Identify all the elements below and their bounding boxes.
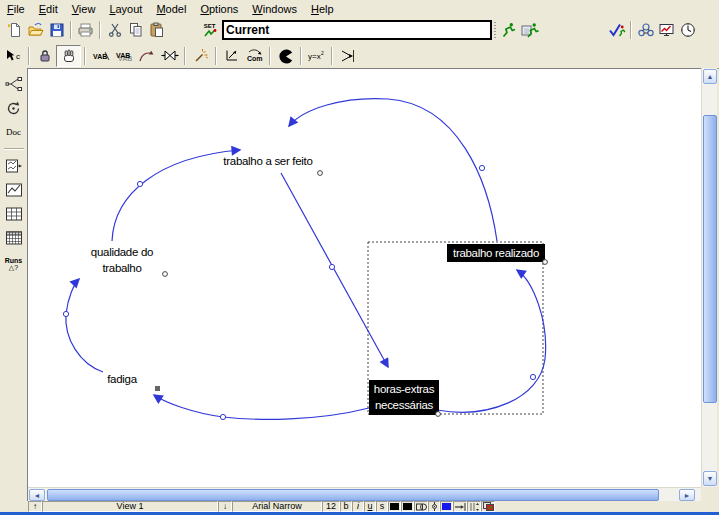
lock-icon [37,48,53,64]
sketch-toolbar: c VAB VABVAB Com y=x2 [0,43,719,69]
font-size-selector[interactable]: 12 [322,501,340,512]
copy-button[interactable] [125,20,146,40]
time-axis-button[interactable] [677,20,698,40]
variable-qualidade-line2[interactable]: trabalho [102,262,141,274]
input-output-tool[interactable] [220,46,243,66]
link-qualidade-to-trabalho-a-ser-feito[interactable] [112,150,240,241]
link-horas-extras-to-fadiga[interactable] [154,395,369,419]
check-model-button[interactable] [606,20,627,40]
vertical-scrollbar[interactable]: ▲ ▼ [701,68,717,487]
arc-handle[interactable] [530,374,535,379]
variable-handle[interactable] [436,412,441,417]
causes-tree-tool[interactable] [2,73,26,95]
variable-trabalho-realizado-selected[interactable]: trabalho realizado [447,244,545,262]
new-button[interactable] [4,20,25,40]
graphics-selector[interactable] [481,501,495,512]
text-color-swatch[interactable] [388,501,401,512]
comment-tool[interactable]: Com [243,46,266,66]
horizontal-scroll-thumb[interactable] [47,489,659,501]
menu-help[interactable]: Help [304,2,341,16]
shadow-variable-tool[interactable]: VABVAB [112,46,135,66]
italic-button[interactable]: i [352,501,364,512]
link-trabalho-realizado-to-trabalho-a-ser-feito[interactable] [289,99,497,241]
io-marker-selector[interactable] [428,501,440,512]
arrow-tool[interactable] [135,46,158,66]
save-button[interactable] [46,20,67,40]
open-button[interactable] [25,20,46,40]
variable-horas-extras-selected[interactable]: horas-extras necessárias [369,380,439,415]
arc-handle[interactable] [479,165,484,170]
arc-handle[interactable] [220,414,225,419]
horizontal-scrollbar[interactable]: ◄ ► [28,487,701,501]
document-tool[interactable]: Doc [2,121,26,143]
toolbar-separator [331,47,333,65]
merge-tool[interactable] [336,46,359,66]
variable-handle[interactable] [318,171,323,176]
background-color-swatch[interactable] [401,501,414,512]
runs-compare-tool[interactable]: Runs △? [2,251,26,277]
view-up-button[interactable]: ↑ [28,501,42,512]
print-button[interactable] [75,20,96,40]
loops-tool[interactable] [2,97,26,119]
arc-handle[interactable] [329,264,334,269]
equation-tool[interactable]: y=x2 [305,46,328,66]
variable-horas-extras-line1[interactable]: horas-extras [374,383,435,395]
view-name[interactable]: View 1 [42,501,218,512]
doc-label: Doc [6,127,21,137]
variable-qualidade-line1[interactable]: qualidade do [91,246,153,258]
bold-button[interactable]: b [340,501,352,512]
menu-file[interactable]: File [0,2,32,16]
variable-trabalho-a-ser-feito[interactable]: trabalho a ser feito [223,155,312,167]
font-name-selector[interactable]: Arial Narrow [232,501,322,512]
vertical-scroll-thumb[interactable] [703,115,717,403]
simulate-button[interactable] [498,20,519,40]
menu-windows[interactable]: Windows [245,2,304,16]
paste-button[interactable] [146,20,167,40]
link-trabalho-a-ser-feito-to-horas-extras[interactable] [281,173,388,367]
table-tool[interactable] [2,203,26,225]
strike-button[interactable]: s [376,501,388,512]
arrow-width-selector[interactable] [453,501,467,512]
rate-tool[interactable] [158,46,181,66]
runname-input[interactable] [222,20,492,40]
scroll-right-button[interactable]: ► [679,489,695,501]
fadiga-attach-handle[interactable] [155,386,160,391]
link-horas-extras-to-trabalho-realizado[interactable] [437,270,546,412]
set-runname-button[interactable]: SET [199,20,220,40]
menu-model[interactable]: Model [149,2,193,16]
arc-handle[interactable] [63,311,68,316]
menu-view[interactable]: View [65,2,103,16]
scroll-left-button[interactable]: ◄ [29,489,45,501]
causal-tracing-button[interactable] [635,20,656,40]
hand-tool[interactable] [56,45,81,67]
scroll-down-button[interactable]: ▼ [703,471,717,486]
arc-handle[interactable] [137,181,142,186]
arrow-color-swatch[interactable] [440,501,453,512]
variable-fadiga[interactable]: fadiga [107,373,137,385]
variable-tool[interactable]: VAB [89,46,112,66]
view-down-button[interactable]: ↓ [218,501,232,512]
underline-button[interactable]: u [364,501,376,512]
output-windows-button[interactable] [656,20,677,40]
delete-tool[interactable] [274,46,297,66]
table-time-tool[interactable] [2,227,26,249]
wand-tool[interactable] [189,46,212,66]
menu-options[interactable]: Options [193,2,245,16]
causes-strip-tool[interactable] [2,155,26,177]
sketch-canvas[interactable]: trabalho a ser feito qualidade do trabal… [28,68,701,487]
menu-edit[interactable]: Edit [32,2,65,16]
variable-trabalho-realizado[interactable]: trabalho realizado [453,247,539,259]
synthesim-button[interactable] [519,20,540,40]
graph-tool[interactable] [2,179,26,201]
shape-selector[interactable] [414,501,428,512]
link-fadiga-to-qualidade[interactable] [66,279,103,372]
cut-button[interactable] [104,20,125,40]
variable-horas-extras-line2[interactable]: necessárias [375,399,434,411]
lock-tool[interactable] [33,46,56,66]
pointer-tool[interactable]: c [2,46,25,66]
variable-handle[interactable] [543,260,548,265]
scroll-up-button[interactable]: ▲ [703,69,717,84]
position-selector[interactable] [467,501,481,512]
menu-layout[interactable]: Layout [102,2,149,16]
variable-handle[interactable] [163,272,168,277]
